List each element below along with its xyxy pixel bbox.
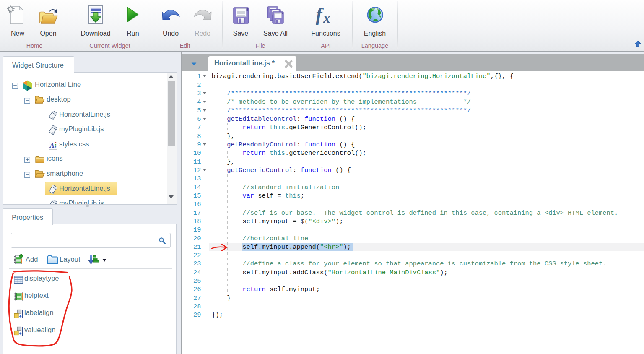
svg-text:f: f (316, 5, 324, 25)
svg-text:A: A (49, 141, 55, 149)
svg-text:x: x (323, 10, 330, 25)
